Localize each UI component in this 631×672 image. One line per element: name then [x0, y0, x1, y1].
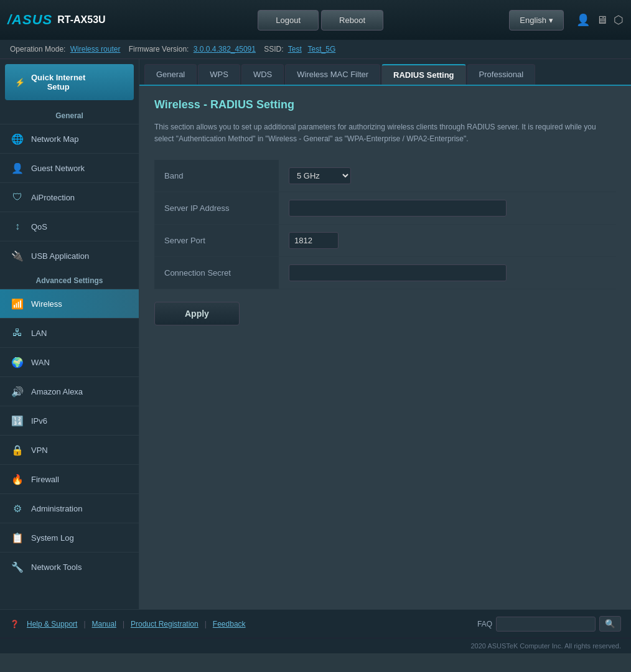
- aiprotection-icon: 🛡: [10, 190, 25, 205]
- sidebar-item-vpn[interactable]: 🔒 VPN: [0, 435, 139, 464]
- user-icon[interactable]: 👤: [576, 13, 590, 27]
- ssid-label: SSID:: [264, 45, 283, 54]
- sidebar-item-ipv6[interactable]: 🔢 IPv6: [0, 406, 139, 435]
- usb-icon: 🔌: [10, 248, 25, 263]
- page-content: Wireless - RADIUS Setting This section a…: [139, 86, 631, 609]
- logout-button[interactable]: Logout: [258, 10, 319, 30]
- band-select[interactable]: 2.4 GHz 5 GHz: [289, 167, 351, 184]
- display-icon[interactable]: 🖥: [596, 14, 607, 27]
- operation-mode-label: Operation Mode:: [10, 45, 65, 54]
- guest-network-icon: 👤: [10, 161, 25, 175]
- sidebar-item-label: System Log: [31, 533, 74, 543]
- sidebar-item-network-tools[interactable]: 🔧 Network Tools: [0, 552, 139, 581]
- reboot-button[interactable]: Reboot: [321, 10, 383, 30]
- server-ip-label: Server IP Address: [154, 192, 279, 225]
- chevron-down-icon: ▾: [549, 16, 553, 25]
- lan-icon: 🖧: [10, 325, 25, 340]
- advanced-section-title: Advanced Settings: [0, 270, 139, 289]
- sidebar-item-lan[interactable]: 🖧 LAN: [0, 318, 139, 347]
- administration-icon: ⚙: [10, 501, 25, 516]
- faq-label: FAQ: [477, 620, 492, 628]
- top-bar: /ASUS RT-AX53U Logout Reboot English ▾ 👤…: [0, 0, 631, 40]
- faq-search-input[interactable]: [496, 617, 596, 632]
- tab-general[interactable]: General: [144, 64, 197, 85]
- server-port-input[interactable]: [289, 232, 339, 249]
- apply-button[interactable]: Apply: [154, 302, 240, 325]
- tab-wps[interactable]: WPS: [198, 64, 240, 85]
- wireless-icon: 📶: [10, 296, 25, 311]
- manual-link[interactable]: Manual: [92, 620, 116, 628]
- asus-logo: /ASUS: [7, 12, 52, 28]
- quick-setup-label: Quick InternetSetup: [31, 73, 85, 91]
- sidebar-item-wireless[interactable]: 📶 Wireless: [0, 289, 139, 318]
- tab-wds[interactable]: WDS: [241, 64, 284, 85]
- sidebar-item-label: IPv6: [31, 416, 47, 426]
- top-buttons: Logout Reboot: [137, 10, 504, 30]
- server-ip-cell: [279, 192, 616, 225]
- sidebar-item-label: Administration: [31, 504, 82, 513]
- quick-setup-button[interactable]: ⚡ Quick InternetSetup: [5, 64, 134, 100]
- copyright: 2020 ASUSTeK Computer Inc. All rights re…: [0, 638, 631, 653]
- feedback-link[interactable]: Feedback: [213, 620, 246, 628]
- sidebar-item-label: Wireless: [31, 299, 62, 309]
- sidebar-item-guest-network[interactable]: 👤 Guest Network: [0, 153, 139, 182]
- sidebar-item-administration[interactable]: ⚙ Administration: [0, 493, 139, 523]
- server-ip-row: Server IP Address: [154, 192, 616, 225]
- product-registration-link[interactable]: Product Registration: [131, 620, 199, 628]
- sidebar-item-firewall[interactable]: 🔥 Firewall: [0, 464, 139, 493]
- connection-secret-input[interactable]: [289, 264, 507, 281]
- sidebar-item-label: Amazon Alexa: [31, 387, 83, 396]
- tab-professional[interactable]: Professional: [467, 64, 536, 85]
- server-port-cell: [279, 225, 616, 257]
- main-layout: ⚡ Quick InternetSetup General 🌐 Network …: [0, 59, 631, 609]
- page-title: Wireless - RADIUS Setting: [154, 98, 616, 111]
- footer-bar: ❓ Help & Support | Manual | Product Regi…: [0, 609, 631, 638]
- help-icon: ❓: [10, 620, 19, 628]
- sidebar-item-system-log[interactable]: 📋 System Log: [0, 523, 139, 552]
- sidebar-item-usb-application[interactable]: 🔌 USB Application: [0, 241, 139, 270]
- sidebar-item-label: VPN: [31, 446, 48, 455]
- ssid-2g[interactable]: Test: [288, 45, 302, 54]
- logo-area: /ASUS RT-AX53U: [7, 12, 132, 28]
- sidebar-item-label: Network Tools: [31, 562, 82, 572]
- ipv6-icon: 🔢: [10, 413, 25, 428]
- band-label: Band: [154, 160, 279, 192]
- sidebar-item-qos[interactable]: ↕ QoS: [0, 212, 139, 241]
- sidebar-item-network-map[interactable]: 🌐 Network Map: [0, 124, 139, 153]
- quick-setup-icon: ⚡: [15, 78, 25, 87]
- sidebar-item-label: Guest Network: [31, 164, 85, 173]
- server-ip-input[interactable]: [289, 200, 507, 217]
- tab-wireless-mac-filter[interactable]: Wireless MAC Filter: [285, 64, 380, 85]
- sidebar-item-label: QoS: [31, 222, 47, 231]
- server-port-label: Server Port: [154, 225, 279, 257]
- sidebar-item-label: WAN: [31, 358, 50, 367]
- language-selector[interactable]: English ▾: [509, 10, 564, 30]
- network-icon[interactable]: ⬡: [614, 13, 624, 27]
- sidebar-item-label: USB Application: [31, 251, 89, 261]
- sidebar-item-label: Firewall: [31, 475, 59, 484]
- vpn-icon: 🔒: [10, 442, 25, 457]
- operation-mode-value[interactable]: Wireless router: [70, 45, 121, 54]
- wan-icon: 🌍: [10, 355, 25, 370]
- sidebar-item-aiprotection[interactable]: 🛡 AiProtection: [0, 182, 139, 212]
- ssid-5g[interactable]: Test_5G: [308, 45, 336, 54]
- language-label: English: [520, 16, 546, 25]
- model-name: RT-AX53U: [57, 14, 105, 26]
- system-log-icon: 📋: [10, 530, 25, 545]
- general-section-title: General: [0, 105, 139, 124]
- settings-table: Band 2.4 GHz 5 GHz Server IP Address: [154, 160, 616, 289]
- faq-section: FAQ 🔍: [477, 616, 621, 632]
- band-value-cell: 2.4 GHz 5 GHz: [279, 160, 616, 192]
- help-support-link[interactable]: Help & Support: [27, 620, 77, 628]
- status-bar: Operation Mode: Wireless router Firmware…: [0, 40, 631, 59]
- alexa-icon: 🔊: [10, 384, 25, 399]
- description-text: This section allows you to set up additi…: [154, 121, 615, 145]
- sidebar-item-amazon-alexa[interactable]: 🔊 Amazon Alexa: [0, 376, 139, 406]
- firmware-value[interactable]: 3.0.0.4.382_45091: [194, 45, 256, 54]
- firmware-label: Firmware Version:: [129, 45, 189, 54]
- sidebar: ⚡ Quick InternetSetup General 🌐 Network …: [0, 59, 139, 609]
- tab-radius-setting[interactable]: RADIUS Setting: [381, 64, 466, 85]
- sidebar-item-wan[interactable]: 🌍 WAN: [0, 347, 139, 376]
- sidebar-item-label: AiProtection: [31, 193, 75, 202]
- faq-search-button[interactable]: 🔍: [599, 616, 621, 632]
